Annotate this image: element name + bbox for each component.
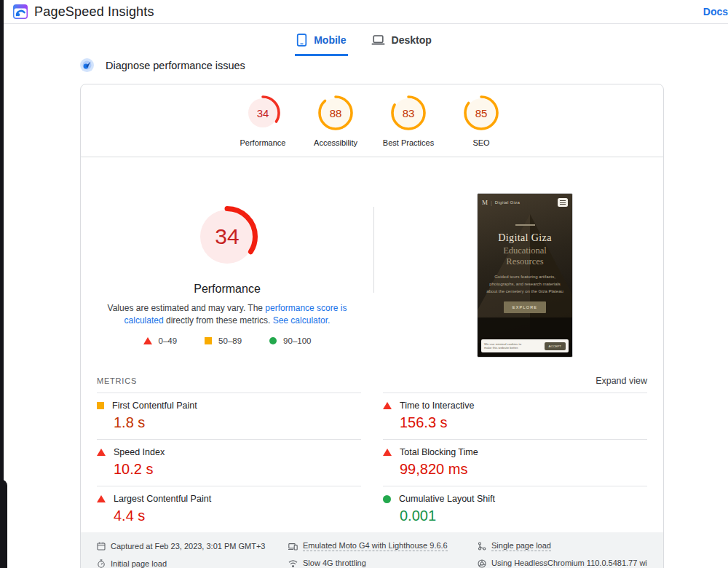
red-triangle-icon bbox=[97, 495, 106, 502]
initial-page-load-text: Initial page load bbox=[111, 559, 167, 568]
green-circle-icon bbox=[383, 495, 391, 503]
expand-view-button[interactable]: Expand view bbox=[596, 376, 647, 386]
performance-gauge-label: Performance bbox=[81, 283, 373, 296]
pagespeed-logo-icon bbox=[13, 4, 28, 19]
score-best-practices[interactable]: 83 Best Practices bbox=[372, 95, 445, 147]
metric-value: 10.2 s bbox=[114, 461, 361, 478]
site-description: Guided tours featuring artifacts, photog… bbox=[485, 273, 565, 295]
phone-icon bbox=[296, 33, 307, 47]
metrics-grid: First Contentful Paint 1.8 s Time to Int… bbox=[81, 393, 663, 532]
score-label: SEO bbox=[445, 138, 518, 147]
red-triangle-icon bbox=[383, 402, 392, 409]
metric-total-blocking-time: Total Blocking Time 99,820 ms bbox=[383, 439, 647, 486]
metric-name: Largest Contentful Paint bbox=[114, 494, 211, 504]
fork-icon bbox=[478, 542, 486, 551]
metric-value: 4.4 s bbox=[114, 508, 361, 524]
score-seo[interactable]: 85 SEO bbox=[445, 95, 518, 147]
cookie-text: We use minimal cookies to make this webs… bbox=[484, 342, 529, 350]
site-explore-button: EXPLORE bbox=[504, 301, 546, 313]
tab-desktop-label: Desktop bbox=[392, 34, 432, 46]
score-disclaimer: Values are estimated and may vary. The p… bbox=[99, 302, 355, 327]
network-signal-icon bbox=[288, 559, 298, 568]
site-subtitle: Educational Resources bbox=[478, 245, 572, 267]
performance-gauge-column: 34 Performance Values are estimated and … bbox=[81, 157, 373, 368]
legend-fail: 0–49 bbox=[143, 336, 178, 345]
metric-value: 99,820 ms bbox=[400, 461, 647, 478]
score-label: Accessibility bbox=[299, 138, 372, 147]
screenshot-site-header: M | Digital Giza bbox=[478, 194, 572, 207]
captured-at: Captured at Feb 23, 2023, 3:01 PM GMT+3 bbox=[97, 541, 288, 551]
device-tabs: Mobile Desktop bbox=[0, 33, 728, 56]
emulated-device: Emulated Moto G4 with Lighthouse 9.6.6 bbox=[288, 541, 478, 551]
performance-gauge: 34 bbox=[196, 205, 258, 268]
single-page-load-text[interactable]: Single page load bbox=[491, 541, 551, 551]
cookie-accept-button: ACCEPT bbox=[545, 342, 566, 350]
metric-name: Cumulative Layout Shift bbox=[399, 494, 495, 504]
metric-cumulative-layout-shift: Cumulative Layout Shift 0.001 bbox=[383, 486, 647, 532]
legend-range: 90–100 bbox=[283, 336, 311, 345]
background-window-edge-corner bbox=[0, 479, 7, 568]
hamburger-menu-icon bbox=[558, 198, 568, 207]
legend-pass: 90–100 bbox=[269, 336, 311, 345]
page-screenshot-thumbnail[interactable]: M | Digital Giza Digital Giza Educationa… bbox=[477, 193, 573, 358]
disclaimer-text: directly from these metrics. bbox=[164, 315, 273, 326]
legend-range: 0–49 bbox=[159, 336, 178, 345]
orange-square-icon bbox=[205, 337, 212, 344]
performance-summary-section: 34 Performance Values are estimated and … bbox=[81, 157, 663, 368]
diagnose-title: Diagnose performance issues bbox=[106, 60, 245, 71]
calendar-icon bbox=[97, 542, 106, 551]
chromium-version-text[interactable]: Using HeadlessChromium 110.0.5481.77 wit… bbox=[491, 559, 647, 568]
devices-icon bbox=[288, 542, 298, 551]
red-triangle-icon bbox=[97, 449, 106, 456]
disclaimer-text: Values are estimated and may vary. The bbox=[108, 303, 266, 313]
site-cookie-banner: We use minimal cookies to make this webs… bbox=[481, 339, 569, 352]
captured-at-text: Captured at Feb 23, 2023, 3:01 PM GMT+3 bbox=[111, 542, 265, 551]
site-header-divider: | bbox=[491, 200, 492, 205]
emulated-device-text[interactable]: Emulated Moto G4 with Lighthouse 9.6.6 bbox=[303, 541, 448, 551]
metric-first-contentful-paint: First Contentful Paint 1.8 s bbox=[97, 393, 361, 439]
metric-name: Total Blocking Time bbox=[400, 447, 478, 457]
tab-mobile[interactable]: Mobile bbox=[295, 33, 347, 56]
score-label: Performance bbox=[226, 138, 299, 147]
category-scores: 34 Performance 88 Accessibility 83 Best … bbox=[81, 84, 663, 157]
single-page-load: Single page load bbox=[478, 541, 647, 551]
score-value: 34 bbox=[257, 107, 269, 119]
app-header: PageSpeed Insights Docs bbox=[0, 0, 728, 24]
site-brand: Digital Giza bbox=[495, 200, 520, 205]
legend-average: 50–89 bbox=[205, 336, 242, 345]
metric-speed-index: Speed Index 10.2 s bbox=[97, 439, 361, 486]
throttling: Slow 4G throttling bbox=[288, 559, 478, 568]
site-title: Digital Giza bbox=[478, 232, 572, 244]
metric-name: Time to Interactive bbox=[400, 401, 474, 411]
see-calculator-link[interactable]: See calculator. bbox=[273, 315, 331, 326]
laptop-icon bbox=[371, 34, 385, 46]
capture-info-footer: Captured at Feb 23, 2023, 3:01 PM GMT+3 … bbox=[81, 532, 663, 568]
report-card: 34 Performance 88 Accessibility 83 Best … bbox=[80, 84, 664, 568]
metrics-header: METRICS Expand view bbox=[81, 368, 663, 393]
stopwatch-icon bbox=[97, 559, 106, 568]
docs-link[interactable]: Docs bbox=[703, 6, 728, 17]
metric-name: Speed Index bbox=[114, 447, 165, 457]
score-performance[interactable]: 34 Performance bbox=[226, 95, 299, 147]
metric-value: 0.001 bbox=[400, 508, 647, 524]
screenshot-column: M | Digital Giza Digital Giza Educationa… bbox=[374, 157, 663, 368]
metrics-title: METRICS bbox=[97, 376, 137, 385]
initial-page-load: Initial page load bbox=[97, 559, 288, 568]
app-title: PageSpeed Insights bbox=[34, 4, 154, 20]
tab-desktop[interactable]: Desktop bbox=[370, 33, 433, 56]
green-circle-icon bbox=[269, 337, 277, 344]
score-value: 88 bbox=[330, 107, 342, 119]
speed-gauge-icon bbox=[80, 58, 94, 72]
site-divider-rule bbox=[515, 224, 535, 226]
score-value: 85 bbox=[475, 107, 488, 119]
metric-value: 1.8 s bbox=[114, 414, 361, 431]
chrome-icon bbox=[478, 559, 486, 568]
score-value: 83 bbox=[403, 107, 415, 119]
score-legend: 0–49 50–89 90–100 bbox=[81, 336, 373, 345]
throttling-text[interactable]: Slow 4G throttling bbox=[303, 559, 366, 568]
tab-mobile-label: Mobile bbox=[314, 34, 346, 46]
metric-value: 156.3 s bbox=[400, 414, 647, 431]
performance-score-value: 34 bbox=[215, 224, 239, 248]
chromium-version: Using HeadlessChromium 110.0.5481.77 wit… bbox=[478, 559, 647, 568]
score-accessibility[interactable]: 88 Accessibility bbox=[299, 95, 372, 147]
